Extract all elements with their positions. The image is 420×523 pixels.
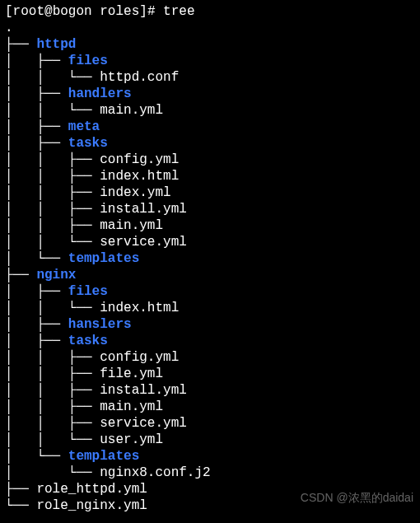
tree-branch: │ ├── — [5, 317, 68, 332]
prompt-command[interactable]: tree — [163, 4, 194, 19]
tree-line: │ │ ├── service.yml — [5, 415, 415, 432]
tree-branch: │ │ ├── — [5, 416, 100, 431]
tree-branch: │ └── — [5, 465, 100, 480]
file-name: index.html — [100, 169, 179, 184]
tree-line: │ │ ├── index.yml — [5, 184, 415, 201]
tree-line: │ └── templates — [5, 448, 415, 465]
tree-line: │ │ ├── install.yml — [5, 201, 415, 217]
tree-line: │ ├── tasks — [5, 135, 415, 152]
tree-line: │ │ ├── main.yml — [5, 217, 415, 234]
tree-branch: │ │ ├── — [5, 152, 100, 167]
tree-line: │ │ └── user.yml — [5, 432, 415, 448]
tree-branch: │ │ └── — [5, 432, 100, 447]
file-name: install.yml — [100, 202, 187, 217]
file-name: main.yml — [100, 399, 163, 414]
tree-branch: │ ├── — [5, 54, 68, 68]
prompt-space2 — [155, 4, 163, 19]
tree-branch: │ │ ├── — [5, 367, 100, 381]
file-name: httpd.conf — [100, 70, 179, 85]
tree-branch: │ │ └── — [5, 235, 100, 250]
tree-line: │ │ └── main.yml — [5, 102, 415, 119]
tree-line: │ │ ├── main.yml — [5, 399, 415, 415]
directory-name: nginx — [36, 268, 76, 283]
tree-output: ├── httpd│ ├── files│ │ └── httpd.conf│ … — [5, 36, 415, 514]
prompt-user: root — [13, 4, 44, 19]
file-name: main.yml — [100, 103, 163, 118]
tree-branch: │ └── — [5, 251, 68, 266]
tree-line: ├── nginx — [5, 267, 415, 283]
directory-name: hanslers — [68, 317, 132, 332]
file-name: config.yml — [100, 350, 179, 365]
tree-line: ├── httpd — [5, 36, 415, 53]
directory-name: meta — [68, 119, 100, 134]
tree-line: │ │ ├── config.yml — [5, 349, 415, 366]
file-name: nginx8.conf.j2 — [100, 465, 210, 480]
tree-branch: └── — [5, 498, 36, 513]
file-name: role_nginx.yml — [36, 498, 147, 513]
tree-branch: │ │ └── — [5, 70, 100, 85]
file-name: file.yml — [100, 367, 163, 381]
tree-line: │ │ ├── config.yml — [5, 152, 415, 168]
prompt-space — [92, 4, 100, 19]
tree-branch: │ │ ├── — [5, 218, 100, 233]
tree-line: │ │ ├── file.yml — [5, 366, 415, 382]
directory-name: tasks — [68, 334, 108, 348]
file-name: index.html — [100, 301, 179, 315]
tree-branch: ├── — [5, 268, 36, 283]
tree-branch: │ ├── — [5, 86, 68, 101]
tree-line: │ ├── tasks — [5, 333, 415, 349]
file-name: user.yml — [100, 432, 163, 447]
tree-line: │ ├── files — [5, 53, 415, 69]
tree-root: . — [5, 20, 415, 36]
prompt-at: @ — [44, 4, 53, 19]
prompt-open: [ — [5, 4, 13, 19]
tree-line: │ ├── handlers — [5, 86, 415, 102]
tree-branch: │ │ └── — [5, 301, 100, 315]
tree-line: │ ├── files — [5, 283, 415, 300]
terminal-prompt-line: [root@bogon roles]# tree — [5, 3, 415, 20]
tree-branch: │ │ ├── — [5, 202, 100, 217]
tree-line: │ └── templates — [5, 250, 415, 267]
tree-line: │ ├── meta — [5, 119, 415, 135]
tree-line: └── role_nginx.yml — [5, 497, 415, 514]
file-name: service.yml — [100, 416, 187, 431]
tree-line: │ └── nginx8.conf.j2 — [5, 465, 415, 481]
tree-line: ├── role_httpd.yml — [5, 481, 415, 497]
file-name: config.yml — [100, 152, 179, 167]
file-name: service.yml — [100, 235, 187, 250]
directory-name: templates — [68, 251, 139, 266]
tree-branch: │ ├── — [5, 119, 68, 134]
tree-branch: │ │ ├── — [5, 185, 100, 200]
tree-branch: │ ├── — [5, 334, 68, 348]
file-name: install.yml — [100, 383, 187, 398]
tree-branch: │ ├── — [5, 136, 68, 151]
directory-name: templates — [68, 449, 139, 464]
tree-line: │ │ └── index.html — [5, 300, 415, 316]
tree-branch: │ │ ├── — [5, 169, 100, 184]
tree-branch: │ ├── — [5, 284, 68, 299]
tree-line: │ │ └── service.yml — [5, 234, 415, 250]
tree-line: │ │ ├── index.html — [5, 168, 415, 184]
directory-name: httpd — [36, 37, 76, 52]
tree-branch: │ │ ├── — [5, 350, 100, 365]
prompt-cwd: roles — [100, 4, 139, 19]
tree-branch: │ └── — [5, 449, 68, 464]
prompt-close: ] — [139, 4, 147, 19]
file-name: main.yml — [100, 218, 163, 233]
tree-line: │ ├── hanslers — [5, 316, 415, 333]
tree-branch: │ │ ├── — [5, 399, 100, 414]
directory-name: handlers — [68, 86, 132, 101]
tree-branch: ├── — [5, 37, 36, 52]
tree-line: │ │ └── httpd.conf — [5, 69, 415, 86]
tree-branch: ├── — [5, 482, 36, 497]
file-name: index.yml — [100, 185, 170, 200]
tree-branch: │ │ ├── — [5, 383, 100, 398]
tree-line: │ │ ├── install.yml — [5, 382, 415, 399]
directory-name: files — [68, 284, 108, 299]
prompt-host: bogon — [53, 4, 92, 19]
directory-name: files — [68, 54, 108, 68]
file-name: role_httpd.yml — [36, 482, 147, 497]
tree-branch: │ │ └── — [5, 103, 100, 118]
directory-name: tasks — [68, 136, 108, 151]
